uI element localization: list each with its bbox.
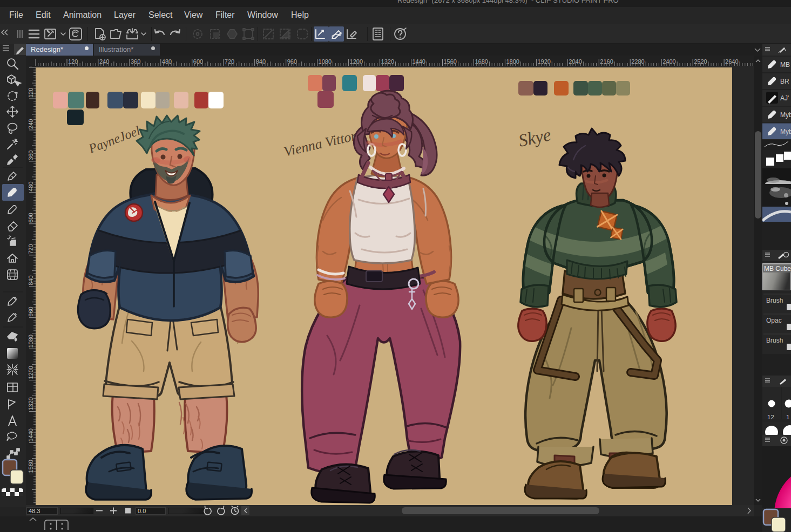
svg-text:360: 360 (28, 151, 34, 160)
svg-text:0: 0 (28, 66, 34, 66)
svg-text:Brush: Brush (766, 297, 783, 304)
svg-text:1200: 1200 (28, 366, 34, 379)
svg-text:600: 600 (28, 213, 34, 222)
svg-text:720: 720 (28, 244, 34, 254)
svg-text:AJ': AJ' (780, 94, 789, 102)
svg-text:BR: BR (780, 78, 789, 85)
svg-text:1: 1 (786, 414, 789, 420)
svg-text:1080: 1080 (28, 335, 34, 347)
svg-text:MB: MB (780, 61, 790, 69)
svg-text:840: 840 (28, 275, 34, 285)
svg-text:Myb: Myb (780, 128, 791, 135)
svg-text:1560: 1560 (28, 460, 34, 473)
svg-text:120: 120 (28, 88, 34, 98)
svg-text:Brush: Brush (766, 337, 783, 344)
svg-text:1440: 1440 (28, 428, 34, 441)
svg-text:Opac: Opac (766, 317, 782, 324)
svg-text:240: 240 (28, 119, 34, 129)
svg-text:12: 12 (767, 414, 774, 420)
svg-text:960: 960 (28, 306, 34, 316)
svg-text:480: 480 (28, 181, 34, 191)
svg-text:Myb: Myb (780, 111, 791, 119)
svg-text:1320: 1320 (28, 397, 34, 410)
svg-text:MB Cube: MB Cube (764, 265, 791, 272)
